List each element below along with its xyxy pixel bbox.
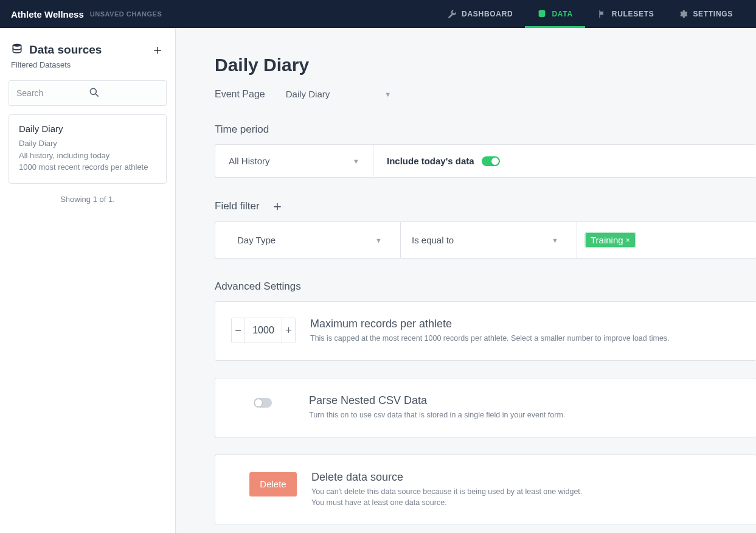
section-field-filter: Field filter ＋ xyxy=(215,200,756,213)
top-nav: Athlete Wellness UNSAVED CHANGES DASHBOA… xyxy=(0,0,756,28)
page-title: Daily Diary xyxy=(215,55,756,75)
filter-field-select[interactable]: Day Type ▼ xyxy=(215,222,401,258)
include-today-label: Include today's data xyxy=(387,156,474,166)
event-page-label: Event Page xyxy=(215,89,265,100)
close-icon[interactable]: × xyxy=(626,236,630,245)
filter-value-chip[interactable]: Training× xyxy=(586,233,635,247)
database-icon xyxy=(537,9,547,19)
chevron-down-icon: ▼ xyxy=(353,158,359,165)
section-label: Time period xyxy=(215,124,269,136)
delete-desc: You must have at least one data source. xyxy=(311,497,582,509)
card-line: 1000 most recent records per athlete xyxy=(19,161,156,173)
filter-operator-value: Is equal to xyxy=(412,235,454,245)
max-records-desc: This is capped at the most recent 1000 r… xyxy=(310,333,670,344)
section-label: Field filter xyxy=(215,200,260,212)
sidebar: Data sources ＋ Filtered Datasets Search … xyxy=(0,28,176,533)
card-title: Daily Diary xyxy=(19,124,156,134)
filter-value-cell[interactable]: Training× xyxy=(577,222,756,258)
sidebar-subtitle: Filtered Datasets xyxy=(6,57,169,80)
card-line: Daily Diary xyxy=(19,138,156,150)
delete-desc: You can't delete this data source becaus… xyxy=(311,486,582,498)
flag-icon xyxy=(597,9,607,19)
list-count: Showing 1 of 1. xyxy=(6,184,169,215)
svg-line-3 xyxy=(95,94,99,97)
chevron-down-icon: ▼ xyxy=(375,237,382,244)
event-page-select[interactable]: Daily Diary ▼ xyxy=(282,86,395,102)
card-line: All history, including today xyxy=(19,150,156,162)
nav-label: DATA xyxy=(552,10,572,18)
chip-label: Training xyxy=(591,235,623,245)
include-today-toggle[interactable] xyxy=(482,156,500,166)
chevron-down-icon: ▼ xyxy=(384,91,391,98)
search-input[interactable]: Search xyxy=(9,80,167,106)
event-page-value: Daily Diary xyxy=(286,89,330,99)
main-panel: Daily Diary Event Page Daily Diary ▼ Tim… xyxy=(176,28,756,533)
search-placeholder: Search xyxy=(16,88,88,98)
unsaved-badge: UNSAVED CHANGES xyxy=(90,10,162,18)
svg-point-1 xyxy=(13,44,21,47)
stepper-plus-button[interactable]: + xyxy=(282,318,295,343)
max-records-stepper[interactable]: − 1000 + xyxy=(231,318,296,343)
parse-csv-title: Parse Nested CSV Data xyxy=(309,394,565,407)
wrench-icon xyxy=(447,9,457,19)
max-records-value: 1000 xyxy=(245,318,282,343)
svg-point-2 xyxy=(90,88,96,94)
section-advanced: Advanced Settings xyxy=(215,280,756,293)
nav-label: SETTINGS xyxy=(693,10,733,18)
sidebar-title: Data sources xyxy=(29,43,145,57)
nav-dashboard[interactable]: DASHBOARD xyxy=(435,0,525,28)
gear-icon xyxy=(678,9,688,19)
nav-label: RULESETS xyxy=(612,10,654,18)
max-records-title: Maximum records per athlete xyxy=(310,318,670,330)
chevron-down-icon: ▼ xyxy=(552,237,558,244)
datasource-card[interactable]: Daily Diary Daily Diary All history, inc… xyxy=(9,114,167,184)
nav-rulesets[interactable]: RULESETS xyxy=(585,0,667,28)
search-icon xyxy=(88,86,160,100)
section-time-period: Time period xyxy=(215,124,756,136)
nav-data[interactable]: DATA xyxy=(525,0,584,28)
time-range-value: All History xyxy=(229,156,270,166)
add-datasource-button[interactable]: ＋ xyxy=(151,43,164,57)
nav-settings[interactable]: SETTINGS xyxy=(666,0,745,28)
add-filter-button[interactable]: ＋ xyxy=(271,200,284,213)
nav-label: DASHBOARD xyxy=(462,10,513,18)
database-icon xyxy=(11,43,23,57)
section-label: Advanced Settings xyxy=(215,280,301,293)
filter-operator-select[interactable]: Is equal to ▼ xyxy=(401,222,577,258)
parse-csv-toggle[interactable] xyxy=(254,398,272,408)
brand-title: Athlete Wellness xyxy=(11,9,84,19)
filter-field-value: Day Type xyxy=(237,235,276,245)
include-today-row: Include today's data xyxy=(373,145,513,177)
time-range-select[interactable]: All History ▼ xyxy=(215,145,373,177)
delete-title: Delete data source xyxy=(311,471,582,484)
parse-csv-desc: Turn this on to use csv data that is sto… xyxy=(309,409,565,421)
stepper-minus-button[interactable]: − xyxy=(232,318,245,343)
delete-button[interactable]: Delete xyxy=(249,472,297,496)
